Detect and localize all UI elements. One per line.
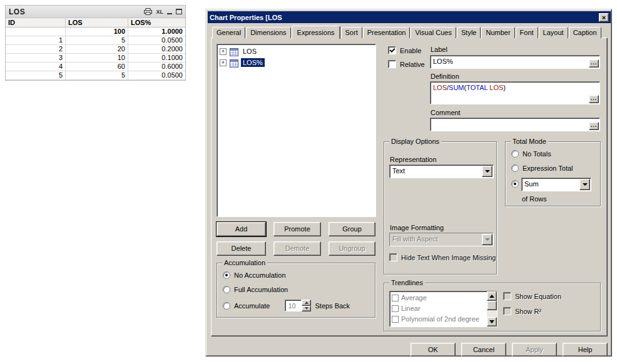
column-header-los[interactable]: LOS — [66, 18, 128, 28]
table-cell[interactable]: 0.2000 — [128, 45, 185, 54]
checkbox-icon[interactable] — [392, 316, 399, 323]
radio-icon[interactable] — [511, 150, 519, 158]
demote-button[interactable]: Demote — [273, 241, 321, 256]
label-ellipsis-button[interactable]: ... — [589, 59, 599, 68]
accumulate-option[interactable]: Accumulate 10 Steps Back — [223, 300, 350, 311]
radio-icon[interactable] — [511, 180, 519, 188]
delete-button[interactable]: Delete — [217, 241, 266, 256]
comment-ellipsis-button[interactable]: ... — [589, 122, 599, 130]
checkbox-icon[interactable] — [392, 305, 399, 312]
spinner-down-icon[interactable] — [302, 306, 311, 312]
table-row[interactable]: 2200.2000 — [6, 45, 185, 54]
promote-button[interactable]: Promote — [273, 222, 321, 236]
excel-export-icon[interactable]: XL — [156, 9, 163, 15]
cancel-button[interactable]: Cancel — [461, 343, 506, 356]
table-cell[interactable]: 60 — [66, 63, 128, 71]
radio-icon[interactable] — [223, 302, 230, 310]
table-cell[interactable]: 0.0500 — [128, 36, 185, 45]
image-formatting-dropdown[interactable]: Fill with Aspect — [389, 233, 494, 246]
expression-total-option[interactable]: Expression Total — [511, 164, 573, 172]
checkbox-icon[interactable] — [392, 326, 399, 328]
show-equation-option[interactable]: Show Equation — [503, 292, 561, 300]
tab-visual-cues[interactable]: Visual Cues — [410, 27, 456, 38]
steps-back-spinner[interactable]: 10 — [285, 300, 311, 311]
ungroup-button[interactable]: Ungroup — [329, 241, 375, 256]
checkbox-icon[interactable] — [503, 292, 511, 300]
tab-sort[interactable]: Sort — [341, 27, 362, 38]
print-icon[interactable] — [144, 6, 152, 18]
table-row[interactable]: 550.0500 — [6, 71, 185, 80]
tab-general[interactable]: General — [212, 27, 245, 38]
scroll-down-icon[interactable] — [487, 317, 497, 326]
expression-list[interactable]: +LOS+LOS% — [217, 44, 376, 217]
table-cell[interactable]: 0.6000 — [128, 63, 185, 71]
spinner-up-icon[interactable] — [302, 300, 311, 306]
spinner-value[interactable]: 10 — [285, 300, 302, 311]
radio-icon[interactable] — [511, 164, 519, 172]
trendline-option-polynomial-of-3rd-degree[interactable]: Polynomial of 3rd degree — [390, 324, 496, 327]
column-header-lospct[interactable]: LOS% — [128, 18, 185, 28]
no-totals-option[interactable]: No Totals — [511, 150, 551, 158]
expression-item-los[interactable]: +LOS% — [218, 57, 375, 68]
definition-ellipsis-button[interactable]: ... — [589, 95, 599, 103]
expression-item-los[interactable]: +LOS — [218, 46, 375, 57]
table-cell[interactable]: 5 — [66, 36, 128, 45]
tab-expressions[interactable]: Expressions — [292, 26, 340, 39]
chevron-down-icon[interactable] — [482, 166, 492, 177]
table-cell[interactable]: 10 — [66, 54, 128, 63]
enable-option[interactable]: Enable — [388, 46, 421, 54]
chevron-down-icon[interactable] — [579, 179, 590, 190]
table-cell[interactable]: 0.1000 — [128, 54, 185, 63]
tab-font[interactable]: Font — [516, 27, 538, 38]
table-row[interactable]: 4600.6000 — [6, 63, 185, 71]
label-input[interactable]: LOS% ... — [430, 55, 600, 69]
trendlines-list[interactable]: AverageLinearPolynomial of 2nd degreePol… — [389, 291, 497, 327]
checkbox-icon[interactable] — [503, 307, 511, 315]
checkbox-icon[interactable] — [388, 46, 396, 54]
representation-dropdown[interactable]: Text — [389, 164, 494, 178]
tab-style[interactable]: Style — [457, 27, 481, 38]
table-cell[interactable]: 5 — [66, 71, 128, 80]
tab-caption[interactable]: Caption — [569, 27, 601, 38]
tab-layout[interactable]: Layout — [539, 27, 568, 38]
table-cell[interactable]: 2 — [6, 45, 66, 54]
group-button[interactable]: Group — [329, 222, 375, 236]
close-icon[interactable]: × — [599, 13, 609, 22]
checkbox-icon[interactable] — [392, 295, 399, 301]
comment-input[interactable]: ... — [430, 118, 600, 131]
radio-icon[interactable] — [223, 286, 230, 293]
table-cell[interactable]: 0.0500 — [128, 71, 185, 80]
radio-icon[interactable] — [223, 271, 230, 279]
help-button[interactable]: Help — [563, 343, 608, 356]
expand-plus-icon[interactable]: + — [220, 48, 227, 55]
trendline-option-average[interactable]: Average — [390, 292, 496, 303]
table-cell[interactable]: 1 — [6, 36, 66, 45]
column-header-id[interactable]: ID — [6, 18, 66, 28]
maximize-icon[interactable] — [176, 9, 182, 14]
ok-button[interactable]: OK — [410, 343, 456, 356]
table-cell[interactable]: 20 — [66, 45, 128, 54]
apply-button[interactable]: Apply — [512, 343, 557, 356]
table-cell[interactable]: 4 — [6, 63, 66, 71]
definition-input[interactable]: LOS/SUM(TOTAL LOS) ... — [430, 81, 600, 104]
scroll-up-icon[interactable] — [487, 291, 497, 301]
trendline-option-linear[interactable]: Linear — [390, 303, 496, 313]
no-accumulation-option[interactable]: No Accumulation — [223, 271, 286, 279]
table-row[interactable]: 3100.1000 — [6, 54, 185, 63]
expand-plus-icon[interactable]: + — [220, 59, 227, 66]
scrollbar-thumb[interactable] — [487, 301, 497, 310]
table-cell[interactable]: 5 — [6, 71, 66, 80]
trendline-option-polynomial-of-2nd-degree[interactable]: Polynomial of 2nd degree — [390, 313, 496, 324]
checkbox-icon[interactable] — [389, 253, 397, 261]
minimize-icon[interactable] — [167, 9, 172, 14]
trendlines-scrollbar[interactable] — [487, 291, 497, 326]
total-function-dropdown[interactable]: Sum — [521, 178, 591, 191]
add-button[interactable]: Add — [217, 222, 266, 236]
full-accumulation-option[interactable]: Full Accumulation — [223, 286, 288, 293]
relative-option[interactable]: Relative — [388, 60, 425, 68]
table-row[interactable]: 150.0500 — [6, 36, 185, 45]
tab-dimensions[interactable]: Dimensions — [246, 27, 290, 38]
hide-text-option[interactable]: Hide Text When Image Missing — [389, 253, 496, 261]
chevron-down-icon[interactable] — [482, 234, 492, 245]
checkbox-icon[interactable] — [388, 60, 396, 68]
